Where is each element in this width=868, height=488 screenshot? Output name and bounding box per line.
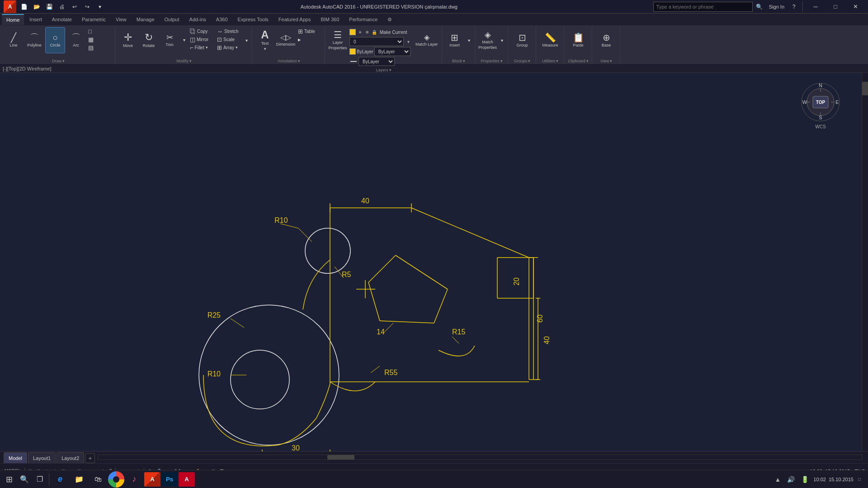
tab-output[interactable]: Output (160, 14, 184, 25)
measure-btn[interactable]: 📏 Measure (540, 27, 560, 53)
undo-btn[interactable]: ↩ (70, 2, 80, 12)
print-btn[interactable]: 🖨 (57, 2, 67, 12)
block-label[interactable]: Block ▾ (452, 59, 465, 63)
taskbar-store[interactable]: 🛍 (89, 472, 107, 487)
array-btn[interactable]: ⊞Array▾ (216, 43, 242, 52)
layer-color-indicator[interactable] (349, 29, 356, 35)
vertical-scrollbar[interactable] (862, 73, 868, 451)
line-btn[interactable]: ╱ Line (4, 27, 24, 53)
layer-properties-btn[interactable]: ☰ Layer Properties (328, 27, 348, 53)
properties-label[interactable]: Properties ▾ (481, 59, 503, 63)
tab-a360[interactable]: A360 (212, 14, 232, 25)
layer-lock-icon[interactable]: 🔒 (371, 29, 377, 35)
make-current-btn[interactable]: Make Current (378, 28, 409, 36)
tab-annotate[interactable]: Annotate (47, 14, 76, 25)
modify-label[interactable]: Modify ▾ (176, 59, 192, 63)
minimize-btn[interactable]: ─ (807, 0, 825, 13)
layer-sun-icon[interactable]: ☀ (357, 29, 363, 35)
trim-btn[interactable]: ✂ Trim (160, 27, 179, 53)
scale-btn[interactable]: ⊡Scale (216, 35, 242, 43)
bylayer-color-box[interactable] (349, 48, 356, 55)
arc-btn[interactable]: ⌒ Arc (66, 27, 86, 53)
stretch-btn[interactable]: ↔Stretch (216, 27, 242, 35)
insert-btn[interactable]: ⊞ Insert (445, 27, 465, 53)
paste-btn[interactable]: 📋 Paste (568, 27, 588, 53)
drawing-area[interactable]: 40 20 60 40 30 R10 R5 R25 R10 14 R15 R55 (0, 73, 868, 451)
taskbar-chrome[interactable] (108, 471, 124, 488)
block-expand[interactable]: ▾ (466, 27, 473, 53)
tab-home[interactable]: Home (2, 14, 24, 25)
utilities-label[interactable]: Utilities ▾ (542, 59, 558, 63)
properties-expand[interactable]: ▾ (499, 27, 506, 53)
search-taskbar-btn[interactable]: 🔍 (17, 472, 32, 487)
tab-manage[interactable]: Manage (132, 14, 159, 25)
tab-performance[interactable]: Performance (344, 14, 382, 25)
taskbar-ps[interactable]: Ps (161, 472, 178, 487)
tab-parametric[interactable]: Parametric (77, 14, 110, 25)
save-btn[interactable]: 💾 (44, 2, 54, 12)
horizontal-scrollbar[interactable] (98, 455, 863, 460)
group-btn[interactable]: ⊡ Group (512, 27, 532, 53)
dimension-btn[interactable]: ◁▷ Dimension (276, 27, 296, 53)
view-label[interactable]: View ▾ (600, 59, 612, 63)
move-btn[interactable]: ✛ Move (118, 27, 138, 53)
groups-label[interactable]: Groups ▾ (514, 59, 531, 63)
rotate-btn[interactable]: ↻ Rotate (139, 27, 159, 53)
match-layer-btn[interactable]: ◈ Match Layer (414, 27, 440, 53)
layer-name-dropdown[interactable]: 0 Layer1 (349, 37, 404, 46)
model-tab[interactable]: Model (4, 452, 27, 463)
clipboard-label[interactable]: Clipboard ▾ (568, 59, 589, 63)
new-btn[interactable]: 📄 (19, 2, 29, 12)
taskbar-autocad[interactable]: A (144, 472, 160, 487)
h-scroll-thumb[interactable] (327, 455, 354, 460)
linetype-dropdown[interactable]: ByLayer (359, 57, 395, 66)
tray-network-icon[interactable]: ▲ (773, 474, 783, 485)
redo-btn[interactable]: ↪ (82, 2, 92, 12)
tab-bim360[interactable]: BIM 360 (316, 14, 344, 25)
copy-btn[interactable]: ⿻Copy (189, 27, 215, 35)
annotation-extra[interactable]: ▸ (297, 35, 323, 43)
show-desktop-btn[interactable]: □ (856, 474, 863, 485)
start-btn[interactable]: ⊞ (2, 472, 16, 487)
tab-view[interactable]: View (111, 14, 131, 25)
task-view-btn[interactable]: ❐ (33, 472, 47, 487)
tab-addins[interactable]: Add-ins (185, 14, 211, 25)
taskbar-ie[interactable]: e (51, 472, 69, 487)
draw-extra-3[interactable]: ▤ (87, 43, 113, 52)
add-layout-btn[interactable]: + (85, 453, 95, 463)
match-properties-btn[interactable]: ◈ Match Properties (478, 27, 498, 53)
tray-volume-icon[interactable]: 🔊 (785, 474, 797, 485)
bylayer-dropdown[interactable]: ByLayer (374, 47, 410, 56)
fillet-btn[interactable]: ⌐Fillet▾ (189, 43, 215, 52)
open-btn[interactable]: 📂 (32, 2, 42, 12)
base-btn[interactable]: ⊕ Base (596, 27, 616, 53)
maximize-btn[interactable]: □ (826, 0, 844, 13)
draw-extra-2[interactable]: ▦ (87, 35, 113, 43)
modify-extra[interactable]: ▾ (243, 27, 250, 53)
text-btn[interactable]: A Text ▾ (255, 27, 275, 53)
circle-btn[interactable]: ○ Circle (45, 27, 65, 53)
v-scroll-thumb[interactable] (862, 82, 868, 95)
search-icon[interactable]: 🔍 (755, 2, 764, 12)
tab-featured[interactable]: Featured Apps (274, 14, 316, 25)
layout1-tab[interactable]: Layout1 (28, 452, 56, 463)
qaccess-arrow[interactable]: ▾ (95, 2, 105, 12)
layer-dropdown-arrow[interactable]: ▾ (405, 37, 412, 46)
table-btn[interactable]: ⊞Table (297, 27, 323, 35)
tray-battery-icon[interactable]: 🔋 (799, 474, 811, 485)
keyword-search[interactable] (653, 2, 753, 12)
taskbar-acrobat[interactable]: A (179, 472, 195, 487)
tab-settings[interactable]: ⚙ (383, 14, 396, 25)
taskbar-explorer[interactable]: 📁 (70, 472, 88, 487)
polyline-btn[interactable]: ⌒ Polyline (24, 27, 44, 53)
layer-freeze-icon[interactable]: ❄ (364, 29, 370, 35)
draw-label[interactable]: Draw ▾ (52, 59, 65, 63)
help-menu-btn[interactable]: ? (789, 2, 799, 12)
layers-label[interactable]: Layers ▾ (376, 68, 392, 72)
layout2-tab[interactable]: Layout2 (57, 452, 84, 463)
tab-insert[interactable]: Insert (25, 14, 47, 25)
mirror-btn[interactable]: ◫Mirror (189, 35, 215, 43)
sign-in-btn[interactable]: Sign In (766, 2, 787, 12)
trim-arrow-btn[interactable]: ▾ (180, 27, 188, 53)
draw-extra-1[interactable]: □ (87, 27, 113, 35)
